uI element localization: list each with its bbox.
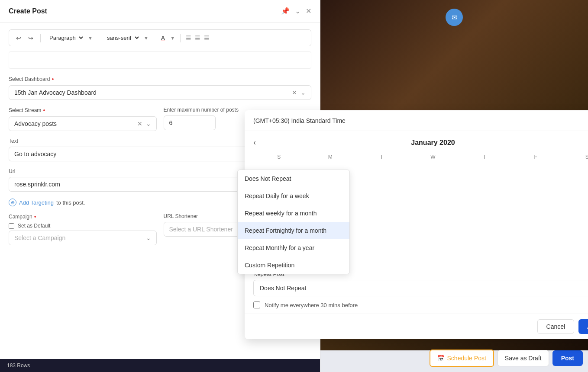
row-count: 183 Rows (7, 362, 30, 369)
chevron-down-icon2: ▼ (144, 35, 149, 41)
repeat-post-section: Repeat Post Does Not Repeat ✕ ∧ (245, 271, 588, 296)
targeting-link-text[interactable]: Add Targeting (19, 199, 54, 206)
schedule-post-button[interactable]: 📅 Schedule Post (430, 350, 494, 367)
clear-icon[interactable]: ✕ (292, 89, 297, 96)
chevron-down-icon[interactable]: ⌄ (146, 120, 151, 127)
set-default-checkbox[interactable] (9, 223, 14, 229)
close-icon[interactable]: ✕ (306, 7, 311, 15)
chevron-down-icon3: ▼ (170, 35, 175, 41)
dashboard-section: Select Dashboard • 15th Jan Advocacy Das… (9, 76, 311, 100)
weekday-thu: T (459, 152, 510, 162)
repeat-select[interactable]: Does Not Repeat ✕ ∧ (253, 280, 588, 296)
targeting-icon: ⊕ (9, 199, 16, 206)
prev-month-button[interactable]: ‹ (253, 138, 256, 147)
weekday-fri: F (510, 152, 562, 162)
chevron-down-icon: ▼ (88, 35, 93, 41)
notify-row: Notify me everywhere 30 mins before (245, 296, 588, 314)
repeat-option-custom[interactable]: Custom Repetition (238, 257, 349, 274)
weekday-wed: W (407, 152, 459, 162)
header-icons: 📌 ⌄ ✕ (281, 7, 311, 15)
repeat-option-fortnightly[interactable]: Repeat Fortnightly for a month (238, 222, 349, 239)
clear-icon[interactable]: ✕ (137, 120, 142, 127)
apply-button[interactable]: Apply (578, 319, 588, 334)
month-navigation: ‹ January 2020 › (253, 138, 588, 147)
repeat-option-daily[interactable]: Repeat Daily for a week (238, 187, 349, 205)
text-toolbar: ↩ ↪ Paragraph ▼ sans-serif ▼ A ▼ ☰ ☰ ☰ (9, 29, 311, 46)
toolbar-divider (40, 34, 41, 42)
stream-select[interactable]: Advocacy posts ✕ ⌄ (9, 116, 157, 131)
dashboard-label: Select Dashboard • (9, 76, 311, 83)
weekday-tue: T (356, 152, 407, 162)
chevron-down-icon[interactable]: ⌄ (300, 89, 306, 96)
font-color-button[interactable]: A (159, 34, 167, 42)
paragraph-select[interactable]: Paragraph (46, 33, 84, 42)
repeat-option-monthly[interactable]: Repeat Monthly for a year (238, 239, 349, 257)
required-indicator: • (34, 213, 36, 220)
repeat-option-does-not-repeat[interactable]: Does Not Repeat (238, 170, 349, 187)
repeat-option-weekly[interactable]: Repeat weekly for a month (238, 205, 349, 222)
required-indicator: • (43, 107, 45, 114)
action-buttons: 📅 Schedule Post Save as Draft Post (430, 350, 583, 367)
campaign-label: Campaign • (9, 213, 157, 220)
align-center-button[interactable]: ☰ (195, 35, 200, 42)
notify-label: Notify me everywhere 30 mins before (265, 302, 358, 308)
pin-icon[interactable]: 📌 (281, 7, 290, 15)
email-bubble: ✉ (446, 9, 463, 26)
content-editor[interactable] (9, 51, 311, 69)
modal-footer: Cancel Apply (245, 314, 588, 339)
panel-title: Create Post (9, 7, 47, 15)
toolbar-divider2 (98, 34, 98, 42)
month-title: January 2020 (411, 139, 455, 147)
chevron-down-icon[interactable]: ⌄ (295, 7, 300, 15)
align-right-button[interactable]: ☰ (204, 35, 210, 42)
campaign-select[interactable]: Select a Campaign ⌄ (9, 231, 157, 245)
timezone-header: (GMT+05:30) India Standard Time ⌄ (245, 110, 588, 131)
post-button[interactable]: Post (552, 350, 583, 366)
redo-button[interactable]: ↪ (26, 34, 35, 42)
timezone-label: (GMT+05:30) India Standard Time (253, 117, 346, 124)
undo-button[interactable]: ↩ (14, 34, 23, 42)
campaign-section: Campaign • Set as Default Select a Campa… (9, 213, 157, 245)
weekday-sat: S (561, 152, 588, 162)
calendar-icon: 📅 (437, 355, 445, 362)
repeat-options-dropdown: Does Not Repeat Repeat Daily for a week … (237, 170, 350, 274)
weekday-mon: M (305, 152, 356, 162)
required-indicator: • (52, 76, 54, 83)
stream-section: Select Stream • Advocacy posts ✕ ⌄ (9, 107, 157, 131)
toolbar-divider3 (154, 34, 154, 42)
cancel-button[interactable]: Cancel (537, 319, 575, 334)
dashboard-select[interactable]: 15th Jan Advocacy Dashboard ✕ ⌄ (9, 85, 311, 100)
save-draft-button[interactable]: Save as Draft (498, 350, 549, 366)
targeting-suffix: to this post. (56, 199, 85, 206)
notify-checkbox[interactable] (253, 301, 260, 308)
panel-header: Create Post 📌 ⌄ ✕ (0, 0, 320, 22)
weekday-headers: S M T W T F S (253, 152, 588, 162)
align-left-button[interactable]: ☰ (186, 35, 191, 42)
bottom-bar: 183 Rows (0, 359, 320, 372)
maxposts-input[interactable] (164, 115, 216, 130)
stream-label: Select Stream • (9, 107, 157, 114)
toolbar-divider4 (180, 34, 181, 42)
chevron-down-icon[interactable]: ⌄ (146, 234, 151, 241)
set-default-label: Set as Default (18, 223, 50, 229)
weekday-sun: S (253, 152, 305, 162)
font-select[interactable]: sans-serif (103, 33, 140, 42)
